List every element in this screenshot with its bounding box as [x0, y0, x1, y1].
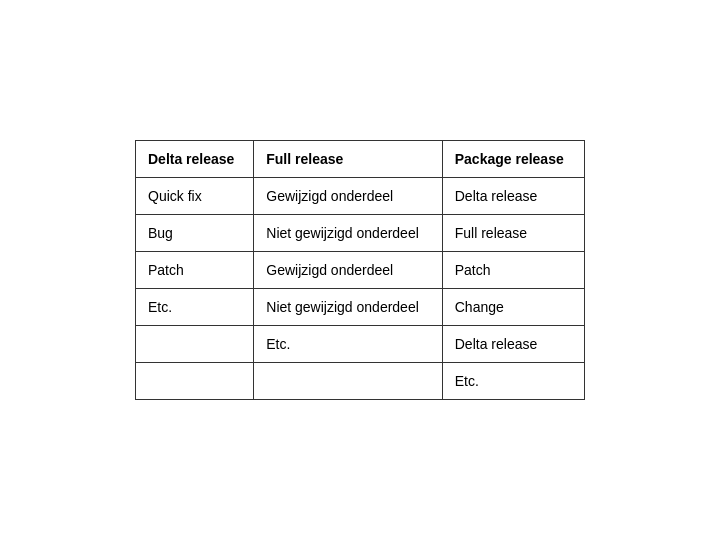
table-container: Delta release Full release Package relea…	[135, 140, 585, 400]
cell-1-2: Full release	[442, 215, 584, 252]
header-delta-release: Delta release	[136, 141, 254, 178]
cell-0-0: Quick fix	[136, 178, 254, 215]
table-row: Quick fixGewijzigd onderdeelDelta releas…	[136, 178, 585, 215]
table-row: Etc.Niet gewijzigd onderdeelChange	[136, 289, 585, 326]
table-row: Etc.Delta release	[136, 326, 585, 363]
table-row: PatchGewijzigd onderdeelPatch	[136, 252, 585, 289]
header-full-release: Full release	[254, 141, 442, 178]
cell-5-2: Etc.	[442, 363, 584, 400]
table-row: Etc.	[136, 363, 585, 400]
cell-0-1: Gewijzigd onderdeel	[254, 178, 442, 215]
header-package-release: Package release	[442, 141, 584, 178]
cell-3-0: Etc.	[136, 289, 254, 326]
cell-5-0	[136, 363, 254, 400]
cell-0-2: Delta release	[442, 178, 584, 215]
release-table: Delta release Full release Package relea…	[135, 140, 585, 400]
cell-1-1: Niet gewijzigd onderdeel	[254, 215, 442, 252]
cell-4-0	[136, 326, 254, 363]
cell-5-1	[254, 363, 442, 400]
cell-4-2: Delta release	[442, 326, 584, 363]
cell-2-0: Patch	[136, 252, 254, 289]
cell-4-1: Etc.	[254, 326, 442, 363]
cell-3-1: Niet gewijzigd onderdeel	[254, 289, 442, 326]
header-row: Delta release Full release Package relea…	[136, 141, 585, 178]
cell-1-0: Bug	[136, 215, 254, 252]
cell-3-2: Change	[442, 289, 584, 326]
table-row: BugNiet gewijzigd onderdeelFull release	[136, 215, 585, 252]
cell-2-1: Gewijzigd onderdeel	[254, 252, 442, 289]
cell-2-2: Patch	[442, 252, 584, 289]
